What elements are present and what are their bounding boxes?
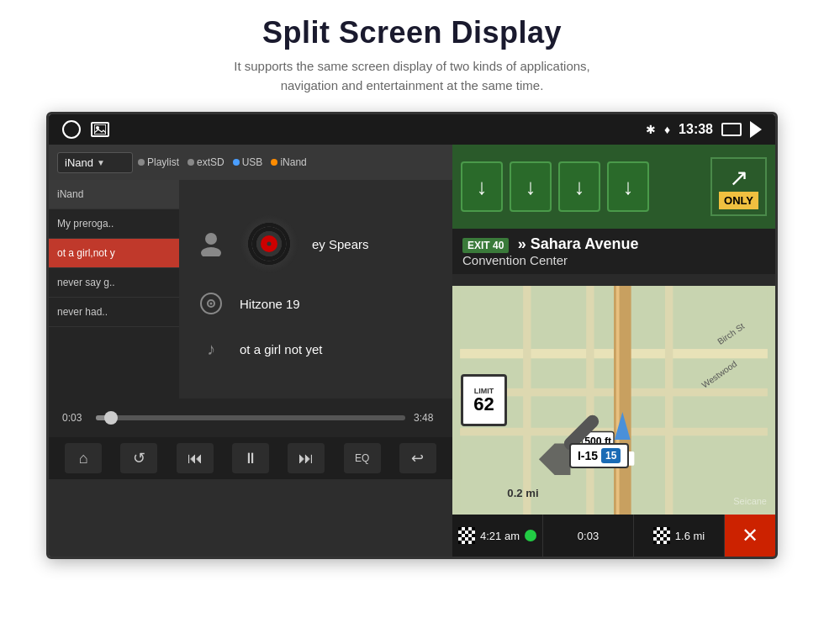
playlist-area: iNand My preroga.. ot a girl,not y never…: [49, 180, 452, 399]
sign-right-box: ↗ ONLY: [710, 157, 767, 216]
street-sub: Convention Center: [462, 253, 765, 267]
inand-option[interactable]: iNand: [271, 156, 306, 168]
progress-area: 0:03 3:48: [49, 399, 452, 437]
svg-point-1: [96, 126, 99, 129]
vinyl-center: [261, 235, 277, 252]
time-total: 3:48: [414, 412, 439, 424]
checkered-flag-icon-2: [653, 527, 670, 544]
music-info: ey Spears Hitzone 19 ♪: [179, 180, 452, 399]
vinyl-record: [240, 214, 298, 273]
svg-point-6: [210, 303, 213, 305]
list-item[interactable]: My preroga..: [49, 209, 179, 239]
status-right-icons: ✱ ♦ 13:38: [646, 121, 762, 138]
person-icon: [196, 229, 226, 259]
location-icon: ♦: [664, 123, 670, 136]
svg-text:0.2 mi: 0.2 mi: [507, 487, 538, 499]
bluetooth-icon: ✱: [646, 123, 656, 136]
elapsed-item: 0:03: [543, 515, 634, 557]
svg-point-3: [201, 247, 221, 256]
sign-arrow-down-2: ↓: [510, 161, 552, 212]
music-note-icon: ♪: [196, 334, 226, 364]
disc-icon: [196, 288, 226, 319]
artist-detail: ey Spears: [196, 214, 436, 273]
image-icon: [91, 122, 109, 137]
progress-track[interactable]: [96, 415, 405, 420]
svg-rect-0: [94, 124, 106, 135]
highway-text: I-15: [578, 449, 598, 462]
album-name: Hitzone 19: [240, 297, 300, 311]
elapsed-time: 0:03: [578, 530, 599, 542]
nav-close-button[interactable]: ✕: [725, 515, 775, 557]
eta-item: 4:21 am: [452, 515, 543, 557]
back-button[interactable]: ↩: [399, 443, 436, 473]
list-item[interactable]: never say g..: [49, 268, 179, 298]
status-time: 13:38: [679, 122, 713, 137]
svg-rect-13: [665, 286, 673, 515]
chevron-down-icon: ▼: [97, 158, 105, 167]
street-name: » Sahara Avenue: [518, 235, 639, 252]
checkered-flag-icon: [458, 527, 475, 544]
home-circle-icon: [62, 120, 81, 139]
pause-button[interactable]: ⏸: [232, 443, 269, 473]
playlist-sidebar: iNand My preroga.. ot a girl,not y never…: [49, 180, 179, 399]
list-item[interactable]: never had..: [49, 298, 179, 327]
speed-sign: LIMIT 62: [461, 374, 507, 426]
prev-button[interactable]: ⏮: [177, 443, 214, 473]
status-bar: ✱ ♦ 13:38: [49, 114, 775, 145]
source-bar: iNand ▼ Playlist extSD USB iNand: [49, 145, 452, 180]
watermark: Seicane: [733, 496, 767, 506]
usb-option[interactable]: USB: [233, 156, 263, 168]
repeat-button[interactable]: ↺: [120, 443, 157, 473]
list-item[interactable]: ot a girl,not y: [49, 239, 179, 268]
music-player-panel: iNand ▼ Playlist extSD USB iNand: [49, 145, 452, 557]
eta-time: 4:21 am: [480, 530, 520, 542]
playlist-option[interactable]: Playlist: [138, 156, 179, 168]
next-button[interactable]: ⏭: [288, 443, 325, 473]
street-banner: EXIT 40 » Sahara Avenue Convention Cente…: [452, 229, 775, 274]
svg-rect-12: [586, 286, 594, 515]
artist-name: ey Spears: [312, 237, 369, 251]
page-header: Split Screen Display It supports the sam…: [0, 0, 824, 103]
svg-rect-15: [616, 286, 620, 515]
list-item[interactable]: iNand: [49, 180, 179, 209]
source-options: Playlist extSD USB iNand: [138, 156, 307, 168]
map-area[interactable]: Birch St Westwood 500 ft here 0.2 mi: [452, 286, 775, 515]
nav-bottom-bar: 4:21 am 0:03 1.6 mi ✕: [452, 515, 775, 557]
home-button[interactable]: ⌂: [65, 443, 102, 473]
time-current: 0:03: [62, 412, 87, 424]
sign-arrow-down-3: ↓: [558, 161, 600, 212]
sign-arrow-down-4: ↓: [607, 161, 649, 212]
page-title: Split Screen Display: [0, 15, 824, 50]
track-name: ot a girl not yet: [240, 342, 322, 356]
source-dropdown[interactable]: iNand ▼: [57, 152, 133, 173]
controls-bar: ⌂ ↺ ⏮ ⏸ ⏭ EQ ↩: [49, 437, 452, 479]
sign-arrow-down-1: ↓: [461, 161, 503, 212]
main-content: iNand ▼ Playlist extSD USB iNand: [49, 145, 775, 557]
green-dot-icon: [525, 530, 536, 541]
svg-rect-11: [523, 286, 531, 515]
back-icon: [750, 121, 762, 138]
sign-arrows: ↓ ↓ ↓ ↓: [461, 161, 649, 212]
highway-shield: 15: [601, 448, 621, 463]
extsd-option[interactable]: extSD: [188, 156, 224, 168]
speed-limit-value: 62: [473, 395, 494, 414]
only-badge: ONLY: [719, 192, 758, 209]
sign-arrow-right-icon: ↗: [719, 164, 758, 192]
progress-thumb[interactable]: [104, 411, 118, 425]
remaining-dist: 1.6 mi: [675, 530, 705, 542]
nav-signs: ↓ ↓ ↓ ↓ ↗ ONLY: [452, 145, 775, 229]
battery-icon: [721, 123, 742, 136]
status-left-icons: [62, 120, 109, 139]
page-subtitle: It supports the same screen display of t…: [0, 57, 824, 95]
remaining-item: 1.6 mi: [634, 515, 725, 557]
album-detail: Hitzone 19: [196, 288, 436, 319]
highway-badge: I-15 15: [569, 443, 629, 468]
device-frame: ✱ ♦ 13:38 iNand ▼ Playlist ex: [46, 112, 778, 559]
svg-point-2: [205, 233, 217, 245]
track-detail: ♪ ot a girl not yet: [196, 334, 436, 364]
eq-button[interactable]: EQ: [344, 443, 381, 473]
navigation-panel: ↓ ↓ ↓ ↓ ↗ ONLY EXIT 40 » Sahara Avenue C…: [452, 145, 775, 557]
exit-badge: EXIT 40: [462, 238, 509, 253]
